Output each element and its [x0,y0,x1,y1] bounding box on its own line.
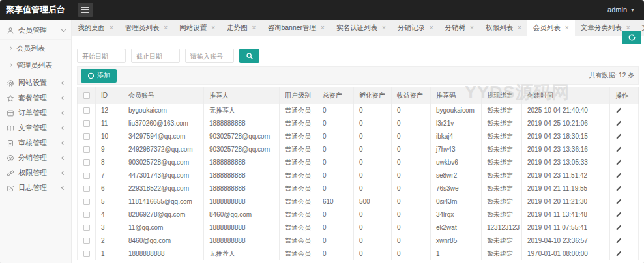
cell-account: 903025728@qq.com [123,156,204,169]
sidebar-item-4[interactable]: 文章管理 [0,120,71,135]
edit-icon[interactable] [615,185,622,192]
cell-level: 普通会员 [280,169,317,182]
cell-referrer: 903025728@qq.com [204,143,280,156]
close-icon[interactable]: × [211,25,215,31]
edit-icon[interactable] [615,133,622,140]
user-dropdown[interactable]: admin ▼ [607,6,635,14]
cell-incubate: 0 [354,208,392,221]
add-button[interactable]: 添加 [81,69,117,83]
column-header: 会员账号 [123,87,204,104]
sidebar-item-5[interactable]: 审核管理 [0,135,71,150]
tab-5[interactable]: 实名认证列表× [330,20,392,36]
sidebar-item-8[interactable]: 日志管理 [0,180,71,195]
row-checkbox[interactable] [83,173,90,179]
edit-icon[interactable] [615,250,622,257]
table-row: 482869278@qq.com8460@qq.com普通会员00034lrqx… [77,208,639,221]
account-input[interactable] [185,49,234,63]
cell-actions [610,143,639,156]
row-checkbox[interactable] [83,107,90,114]
tab-4[interactable]: 咨询banner管理× [261,20,330,36]
row-checkbox[interactable] [83,225,90,231]
close-icon[interactable]: × [518,25,521,31]
tab-8[interactable]: 权限列表× [480,20,527,36]
hamburger-menu-icon[interactable] [78,3,93,17]
row-checkbox-cell [78,156,96,169]
close-icon[interactable]: × [164,25,168,31]
sidebar-item-7[interactable]: 权限管理 [0,165,71,180]
tab-0[interactable]: 我的桌面× [72,20,119,36]
cell-actions [610,234,639,247]
cell-created: 2019-04-25 10:21:06 [522,117,610,130]
table-row: 92492987372@qq.com903025728@qq.com普通会员00… [77,143,639,156]
tab-2[interactable]: 网站设置× [173,20,221,36]
table-row: 12bygoukaicom无推荐人普通会员000bygoukaicom暂未绑定2… [77,104,639,117]
edit-icon[interactable] [615,211,622,218]
row-checkbox[interactable] [83,133,90,140]
table-body: 12bygoukaicom无推荐人普通会员000bygoukaicom暂未绑定2… [77,104,639,260]
row-checkbox-cell [78,117,96,130]
cell-account: 8460@qq.com [123,234,204,247]
edit-icon[interactable] [615,159,622,166]
edit-icon[interactable] [615,107,622,114]
search-button[interactable] [239,49,259,63]
cell-income: 0 [392,130,431,143]
close-icon[interactable]: × [565,25,569,31]
close-icon[interactable]: × [430,25,433,31]
sidebar-item-2[interactable]: 套餐管理 [0,90,71,105]
edit-icon[interactable] [615,224,622,231]
sidebar-subitem-0[interactable]: 会员列表 [0,40,71,57]
cell-id: 11 [96,117,123,130]
sidebar-item-0[interactable]: 会员管理 [0,23,71,38]
row-checkbox[interactable] [83,212,90,218]
table-row: 7447301743@qq.com1888888888普通会员000se8wr2… [77,169,639,182]
row-checkbox[interactable] [83,199,90,205]
cell-code: l3r21v [431,117,482,130]
table-toolbar: 添加 共有数据: 12 条 [77,66,639,85]
tab-3[interactable]: 走势图× [221,20,261,36]
row-checkbox[interactable] [83,159,90,166]
cell-code: 1 [431,247,482,260]
cell-id: 1 [96,247,123,260]
select-all-checkbox[interactable] [83,92,90,99]
close-icon[interactable]: × [470,25,474,31]
cell-income: 0 [392,208,431,221]
row-checkbox-cell [78,221,96,234]
end-date-input[interactable] [131,49,180,63]
row-checkbox[interactable] [83,186,90,192]
cell-actions [610,182,639,195]
edit-icon[interactable] [615,198,622,205]
start-date-input[interactable] [77,49,126,63]
row-checkbox-cell [78,169,96,182]
tab-7[interactable]: 分销树× [439,20,480,36]
table-row: 11888888888无推荐人普通会员0001暂未绑定1970-01-01 08… [77,247,639,260]
edit-icon[interactable] [615,237,622,244]
search-form [77,49,259,63]
close-icon[interactable]: × [382,25,386,31]
sidebar: 会员管理会员列表管理员列表网站设置套餐管理订单管理文章管理审核管理分销管理权限管… [0,20,72,263]
row-checkbox[interactable] [83,146,90,153]
row-checkbox[interactable] [83,120,90,127]
sidebar-item-1[interactable]: 网站设置 [0,76,71,90]
tab-1[interactable]: 管理员列表× [119,20,173,36]
cell-withdraw: 暂未绑定 [482,104,522,117]
edit-icon[interactable] [615,172,622,179]
tab-9[interactable]: 会员列表× [527,20,575,36]
cell-income: 0 [392,156,431,169]
column-header: 操作 [610,87,639,104]
close-icon[interactable]: × [252,25,256,31]
close-icon[interactable]: × [321,25,325,31]
cell-actions [610,117,639,130]
tab-label: 分销记录 [398,23,425,33]
sidebar-subitem-1[interactable]: 管理员列表 [0,57,71,74]
tab-6[interactable]: 分销记录× [392,20,439,36]
cell-referrer: 1888888888 [204,221,280,234]
refresh-button[interactable] [622,31,641,44]
sidebar-item-3[interactable]: 订单管理 [0,105,71,120]
edit-icon[interactable] [615,146,622,153]
cell-account: 447301743@qq.com [123,169,204,182]
row-checkbox[interactable] [83,251,90,257]
edit-icon[interactable] [615,120,622,127]
close-icon[interactable]: × [110,25,113,31]
sidebar-item-6[interactable]: 分销管理 [0,150,71,165]
row-checkbox[interactable] [83,238,90,244]
